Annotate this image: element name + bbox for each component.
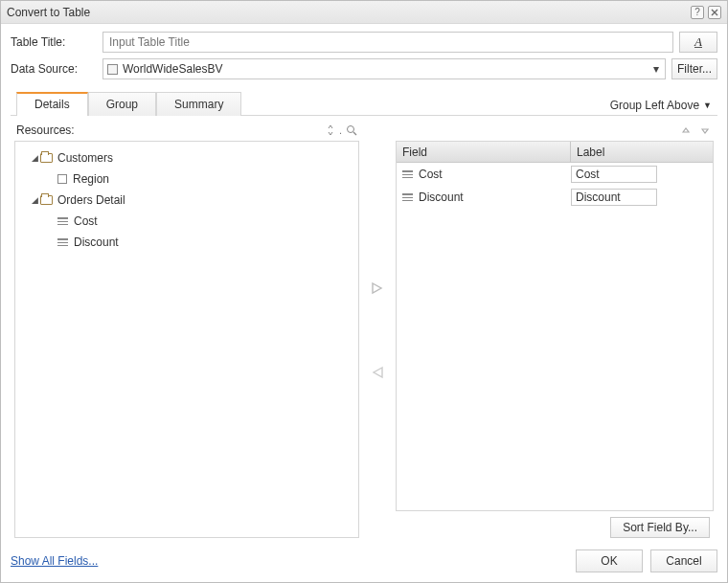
ok-button-label: OK: [601, 554, 617, 568]
chevron-down-icon: ▼: [703, 101, 712, 110]
add-field-button[interactable]: [369, 280, 386, 297]
tab-group[interactable]: Group: [88, 92, 156, 116]
cancel-button-label: Cancel: [666, 554, 701, 568]
tree-label: Orders Detail: [57, 193, 125, 207]
fields-panel: Field Label Cost: [396, 122, 714, 538]
transfer-buttons: [365, 122, 390, 538]
search-icon[interactable]: [346, 124, 357, 136]
filter-button-label: Filter...: [677, 62, 712, 76]
datasource-icon: [107, 64, 118, 75]
row-table-title: Table Title: A: [11, 32, 717, 53]
tree-item-cost[interactable]: Cost: [19, 211, 354, 232]
grid-header: Field Label: [397, 142, 713, 163]
grid-body: Cost Discount: [397, 163, 713, 510]
grid-label-input[interactable]: [571, 189, 657, 206]
footer: Show All Fields... OK Cancel: [1, 542, 727, 582]
folder-icon: [40, 195, 53, 205]
label-table-title: Table Title:: [11, 35, 97, 49]
field-icon: [402, 170, 413, 178]
cancel-button[interactable]: Cancel: [650, 549, 717, 572]
sort-field-by-button[interactable]: Sort Field By...: [610, 517, 710, 538]
tree-label: Region: [73, 172, 109, 186]
input-table-title[interactable]: [102, 32, 673, 53]
dialog-body: Table Title: A Data Source: WorldWideSal…: [1, 24, 727, 542]
sort-field-by-label: Sort Field By...: [623, 521, 697, 534]
column-icon: [57, 174, 67, 184]
tree-item-region[interactable]: Region: [19, 168, 354, 190]
svg-point-0: [348, 126, 354, 133]
col-header-field[interactable]: Field: [397, 142, 571, 162]
show-all-fields-link[interactable]: Show All Fields...: [11, 554, 98, 568]
sort-icon[interactable]: [326, 124, 335, 136]
group-layout-label: Group Left Above: [610, 99, 699, 112]
combo-data-source[interactable]: WorldWideSalesBV ▾: [102, 58, 666, 79]
grid-field-text: Discount: [419, 191, 464, 204]
group-layout-dropdown[interactable]: Group Left Above ▼: [610, 99, 712, 112]
move-down-icon[interactable]: [700, 125, 710, 137]
tree-item-discount[interactable]: Discount: [19, 232, 354, 253]
fields-header: [396, 122, 714, 141]
titlebar: Convert to Table ?: [1, 1, 727, 24]
resources-label: Resources:: [16, 123, 75, 137]
grid-label-input[interactable]: [571, 166, 657, 183]
resources-tree[interactable]: ◢ Customers Region ◢ Orders Detail: [14, 141, 359, 538]
ok-button[interactable]: OK: [576, 549, 643, 572]
tree-folder-orders-detail[interactable]: ◢ Orders Detail: [19, 190, 354, 211]
resources-header: Resources: .: [14, 122, 359, 141]
row-data-source: Data Source: WorldWideSalesBV ▾ Filter..…: [11, 58, 717, 79]
svg-line-1: [353, 132, 356, 135]
grid-cell-label: [571, 166, 713, 183]
dialog-title: Convert to Table: [7, 6, 90, 19]
grid-cell-label: [571, 189, 713, 206]
field-icon: [57, 217, 68, 225]
tab-row: Details Group Summary Group Left Above ▼: [11, 89, 717, 116]
tab-summary-label: Summary: [174, 98, 223, 111]
grid-row[interactable]: Discount: [397, 186, 713, 209]
label-data-source: Data Source:: [11, 62, 97, 76]
tree-label: Customers: [57, 151, 113, 165]
panels: Resources: . ◢ Customers: [11, 116, 717, 542]
twisty-icon[interactable]: ◢: [29, 195, 40, 205]
tab-group-label: Group: [106, 98, 138, 111]
fields-grid: Field Label Cost: [396, 141, 714, 511]
filter-button[interactable]: Filter...: [671, 58, 717, 79]
tabs: Details Group Summary: [16, 91, 241, 115]
tab-summary[interactable]: Summary: [156, 92, 241, 116]
combo-data-source-value: WorldWideSalesBV: [123, 62, 651, 76]
remove-field-button[interactable]: [369, 364, 386, 381]
folder-icon: [40, 153, 53, 163]
grid-cell-field: Cost: [402, 168, 571, 181]
sort-row: Sort Field By...: [396, 511, 714, 538]
help-icon[interactable]: ?: [691, 6, 704, 19]
close-icon[interactable]: [708, 6, 721, 19]
move-up-icon[interactable]: [681, 125, 691, 137]
resources-panel: Resources: . ◢ Customers: [14, 122, 359, 538]
chevron-down-icon: ▾: [651, 62, 661, 76]
dialog: Convert to Table ? Table Title: A Data S…: [0, 0, 728, 583]
grid-row[interactable]: Cost: [397, 163, 713, 186]
grid-field-text: Cost: [419, 168, 443, 181]
font-button[interactable]: A: [679, 32, 717, 53]
grid-cell-field: Discount: [402, 191, 571, 204]
tree-folder-customers[interactable]: ◢ Customers: [19, 147, 354, 168]
tab-details[interactable]: Details: [16, 92, 88, 116]
twisty-icon[interactable]: ◢: [29, 153, 40, 163]
col-header-label[interactable]: Label: [571, 142, 713, 162]
separator-dot: .: [339, 124, 342, 136]
field-icon: [57, 238, 68, 246]
tree-label: Cost: [74, 214, 98, 228]
tab-details-label: Details: [34, 98, 70, 111]
field-icon: [402, 193, 413, 201]
tree-label: Discount: [74, 235, 119, 249]
